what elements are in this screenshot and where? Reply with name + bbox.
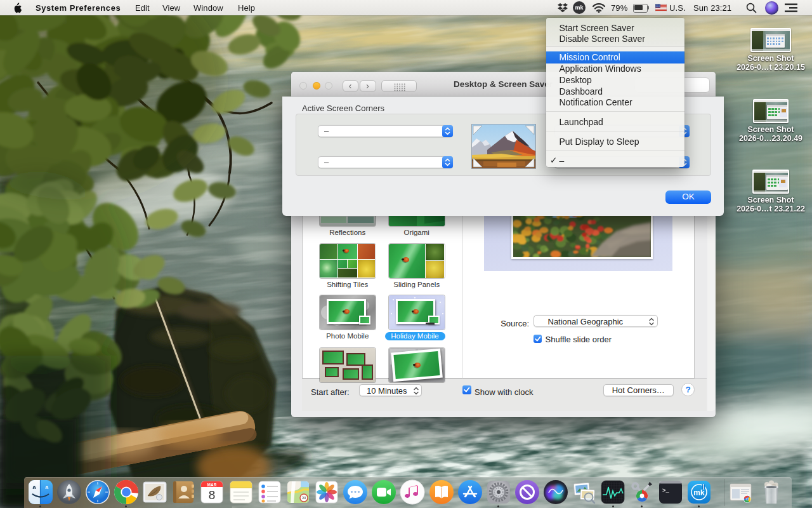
svg-text:8: 8 [209,488,216,502]
svg-text:MAR: MAR [207,483,217,487]
svg-text:>_: >_ [662,488,669,494]
svg-text:30: 30 [302,496,306,500]
